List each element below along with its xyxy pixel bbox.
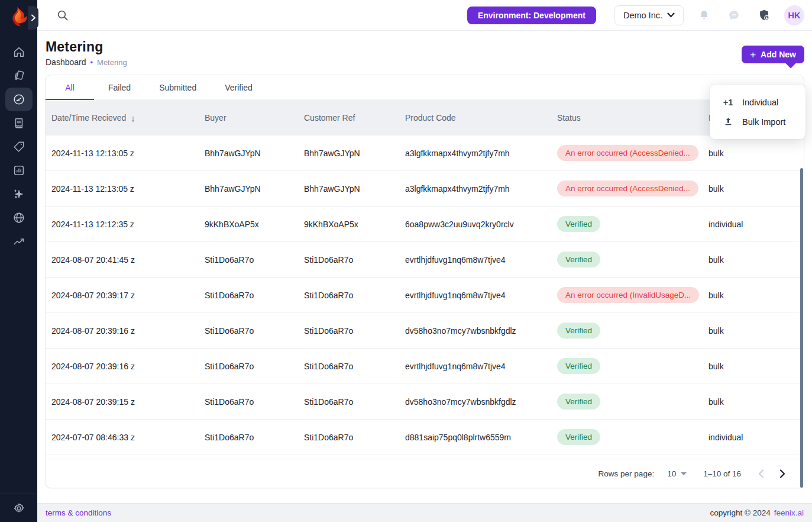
cell-buyer: Sti1Do6aR7o (205, 433, 304, 442)
pagination-bar: Rows per page: 10 1–10 of 16 (46, 459, 804, 488)
cell-buyer: Sti1Do6aR7o (205, 362, 304, 371)
previous-page-button[interactable] (750, 463, 772, 484)
cell-status: Verified (557, 394, 709, 410)
sidebar-item-home[interactable] (0, 40, 37, 64)
cell-status: Verified (557, 216, 709, 232)
cell-product-code: evrtlhjdfuvg1nq6m8w7tjve4 (405, 255, 557, 265)
menu-item-individual[interactable]: +1 Individual (710, 92, 805, 112)
cell-buyer: Sti1Do6aR7o (205, 255, 304, 265)
sidebar-settings[interactable] (0, 494, 37, 522)
search-button[interactable] (56, 9, 69, 22)
rows-per-page-select[interactable]: 10 (667, 469, 687, 478)
cell-status: Verified (557, 323, 709, 339)
table-row[interactable]: 2024-07-07 08:46:33 z Sti1Do6aR7o Sti1Do… (46, 420, 804, 455)
partial-row (46, 455, 804, 459)
cell-date: 2024-07-07 08:46:33 z (51, 433, 205, 442)
terms-link[interactable]: terms & conditions (46, 508, 111, 517)
tab-bar: All Failed Submitted Verified (46, 75, 804, 100)
sidebar-item-invoices[interactable] (0, 111, 37, 135)
cell-date: 2024-08-07 20:39:15 z (51, 397, 205, 407)
sidebar-item-metering[interactable] (0, 88, 37, 111)
chevron-right-icon (31, 14, 36, 21)
table-header: Date/Time Recieved ↓ Buyer Customer Ref … (46, 100, 804, 136)
tab-failed[interactable]: Failed (94, 75, 145, 99)
table-row[interactable]: 2024-08-07 20:39:17 z Sti1Do6aR7o Sti1Do… (46, 278, 804, 313)
breadcrumb-dashboard[interactable]: Dashboard (46, 57, 86, 67)
sidebar-item-reports[interactable] (0, 159, 37, 182)
sidebar-item-analytics[interactable] (0, 230, 37, 253)
globe-icon (12, 211, 25, 224)
notifications-button[interactable] (694, 9, 714, 22)
title-block: Metering Dashboard • Metering (46, 39, 127, 67)
cell-date: 2024-08-07 20:41:45 z (51, 255, 205, 265)
cell-buyer: Sti1Do6aR7o (205, 326, 304, 336)
shield-user-icon (758, 8, 771, 22)
status-badge: Verified (557, 252, 600, 268)
column-header-buyer[interactable]: Buyer (205, 113, 304, 123)
sidebar-nav (0, 40, 37, 253)
tab-all[interactable]: All (46, 75, 94, 99)
tab-submitted[interactable]: Submitted (145, 75, 211, 99)
column-header-status[interactable]: Status (557, 113, 709, 123)
table-row[interactable]: 2024-08-07 20:39:16 z Sti1Do6aR7o Sti1Do… (46, 349, 804, 384)
user-avatar[interactable]: HK (784, 5, 804, 25)
messages-button[interactable] (724, 9, 744, 22)
table-row[interactable]: 2024-11-13 12:13:05 z Bhh7awGJYpN Bhh7aw… (46, 171, 804, 207)
cell-product-code: evrtlhjdfuvg1nq6m8w7tjve4 (405, 362, 557, 371)
cell-buyer: Bhh7awGJYpN (205, 149, 304, 158)
tab-verified[interactable]: Verified (211, 75, 267, 99)
status-badge: Verified (557, 323, 600, 339)
cell-date: 2024-08-07 20:39:16 z (51, 362, 205, 371)
table-row[interactable]: 2024-08-07 20:39:16 z Sti1Do6aR7o Sti1Do… (46, 313, 804, 349)
table-body: 2024-11-13 12:13:05 z Bhh7awGJYpN Bhh7aw… (46, 136, 804, 455)
cell-date: 2024-08-07 20:39:17 z (51, 291, 205, 300)
sidebar-item-ai[interactable] (0, 182, 37, 206)
pagination-range: 1–10 of 16 (703, 469, 741, 478)
add-new-dropdown: +1 Individual Bulk Import (710, 85, 805, 139)
sidebar-item-integrations[interactable] (0, 206, 37, 230)
menu-item-individual-label: Individual (742, 98, 778, 107)
plus-one-icon: +1 (722, 98, 735, 107)
status-badge: An error occurred (InvalidUsageD... (557, 287, 699, 303)
chat-icon (727, 9, 740, 22)
column-header-date[interactable]: Date/Time Recieved ↓ (51, 113, 205, 123)
cell-record-type: bulk (709, 184, 804, 194)
environment-button[interactable]: Environment: Development (467, 7, 596, 24)
cell-record-type: bulk (709, 362, 804, 371)
add-new-button[interactable]: + Add New (742, 46, 804, 63)
table-row[interactable]: 2024-11-13 12:13:05 z Bhh7awGJYpN Bhh7aw… (46, 136, 804, 171)
home-icon (12, 46, 25, 59)
brand-link[interactable]: feenix.ai (774, 508, 804, 517)
cell-customer-ref: Sti1Do6aR7o (304, 362, 405, 371)
caret-down-icon (681, 472, 687, 475)
sidebar-item-pricing[interactable] (0, 135, 37, 159)
cell-buyer: Sti1Do6aR7o (205, 291, 304, 300)
cell-product-code: a3lgfkkmapx4thvym2tjfy7mh (405, 149, 557, 158)
sidebar-item-cards[interactable] (0, 64, 37, 88)
cell-customer-ref: Sti1Do6aR7o (304, 291, 405, 300)
cell-record-type: bulk (709, 291, 804, 300)
breadcrumb: Dashboard • Metering (46, 57, 127, 67)
table-scrollbar[interactable] (800, 168, 803, 488)
tag-icon (12, 140, 25, 153)
trend-icon (12, 235, 25, 248)
table-row[interactable]: 2024-11-13 12:12:35 z 9kKhBXoAP5x 9kKhBX… (46, 207, 804, 242)
sidebar-expand-button[interactable] (28, 6, 38, 30)
next-page-button[interactable] (772, 463, 793, 484)
table-row[interactable]: 2024-08-07 20:41:45 z Sti1Do6aR7o Sti1Do… (46, 242, 804, 278)
column-header-product-code[interactable]: Product Code (405, 113, 557, 123)
cell-buyer: 9kKhBXoAP5x (205, 220, 304, 229)
gear-icon (12, 502, 25, 515)
upload-icon (722, 117, 735, 127)
admin-button[interactable] (754, 8, 774, 22)
status-badge: Verified (557, 358, 600, 374)
breadcrumb-separator: • (90, 58, 93, 67)
search-icon (56, 9, 69, 22)
cell-customer-ref: Sti1Do6aR7o (304, 433, 405, 442)
menu-item-bulk-import[interactable]: Bulk Import (710, 112, 805, 131)
column-header-customer-ref[interactable]: Customer Ref (304, 113, 405, 123)
sort-desc-icon: ↓ (131, 113, 135, 123)
table-row[interactable]: 2024-08-07 20:39:15 z Sti1Do6aR7o Sti1Do… (46, 384, 804, 420)
gauge-icon (12, 93, 25, 106)
org-selector[interactable]: Demo Inc. (614, 5, 684, 25)
